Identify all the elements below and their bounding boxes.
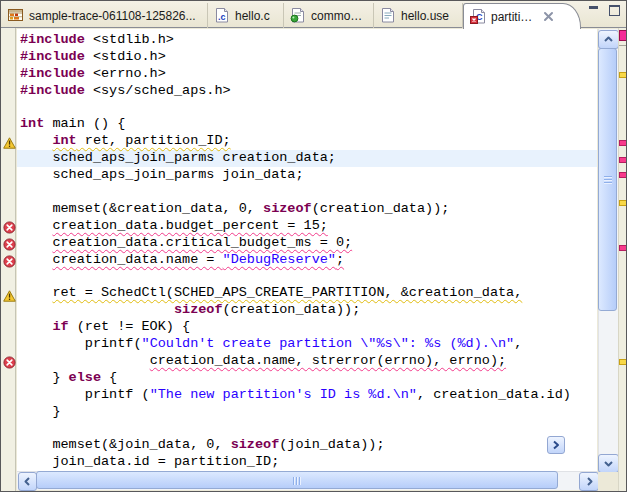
- c-file-icon: .c: [214, 8, 230, 23]
- horizontal-scrollbar-thumb[interactable]: [36, 471, 558, 489]
- tab-sample-trace-061108-125826-[interactable]: sample-trace-061108-125826...: [2, 3, 208, 28]
- ruler-separator: [619, 45, 627, 46]
- code-line-2[interactable]: #include <stdio.h>: [17, 49, 597, 66]
- code-line-6[interactable]: int main () {: [17, 116, 597, 133]
- code-line-12[interactable]: creation_data.budget_percent = 15;: [17, 218, 597, 235]
- code-line-8[interactable]: sched_aps_join_parms creation_data;: [17, 150, 597, 167]
- error-overview-mark[interactable]: [619, 140, 627, 146]
- code-line-18[interactable]: if (ret != EOK) {: [17, 319, 597, 336]
- view-window-controls: [588, 4, 621, 15]
- code-line-24[interactable]: [17, 420, 597, 437]
- error-overview-mark[interactable]: [619, 157, 627, 163]
- tab-partitions[interactable]: Cpartitions: [463, 3, 581, 29]
- error-marker-icon[interactable]: [3, 355, 15, 367]
- maximize-icon[interactable]: [608, 4, 621, 15]
- error-squiggle: creation_data.critical_budget_ms = 0;: [52, 235, 352, 250]
- minimize-icon[interactable]: [588, 4, 601, 15]
- blue-chevron-button[interactable]: [547, 436, 565, 454]
- chevron-right-icon: [586, 477, 593, 486]
- error-squiggle: creation_data.name = "DebugReserve";: [52, 252, 344, 267]
- error-overview-mark[interactable]: [619, 172, 627, 178]
- code-line-26[interactable]: join_data.id = partition_ID;: [17, 454, 597, 471]
- warning-squiggle: ret = SchedCtl(SCHED_APS_CREATE_PARTITIO…: [52, 285, 522, 300]
- chevron-left-icon: [24, 477, 31, 486]
- error-squiggle: creation_data.name, strerror(errno), err…: [150, 353, 506, 368]
- code-line-19[interactable]: printf("Couldn't create partition \"%s\"…: [17, 336, 597, 353]
- tab-label: hello.use: [401, 9, 449, 23]
- error-marker-icon[interactable]: [3, 237, 15, 249]
- editor-window: sample-trace-061108-125826....chello.cco…: [0, 0, 627, 492]
- code-line-25[interactable]: memset(&join_data, 0, sizeof(join_data))…: [17, 437, 597, 454]
- code-line-5[interactable]: [17, 100, 597, 117]
- trace-grid-icon: [8, 8, 24, 23]
- warning-marker-icon[interactable]: [3, 288, 15, 300]
- code-line-9[interactable]: sched_aps_join_parms join_data;: [17, 167, 597, 184]
- warning-overview-mark[interactable]: [619, 359, 627, 365]
- tab-hello-use[interactable]: hello.use: [374, 3, 463, 28]
- c-file-error-icon: C: [470, 9, 486, 24]
- warning-overview-mark[interactable]: [619, 72, 627, 78]
- tab-label: common.mk: [311, 9, 367, 23]
- overview-ruler[interactable]: [618, 28, 627, 491]
- code-line-7[interactable]: int ret, partition_ID;: [17, 133, 597, 150]
- code-area[interactable]: #include <stdlib.h>#include <stdio.h>#in…: [17, 29, 597, 474]
- code-line-17[interactable]: sizeof(creation_data));: [17, 302, 597, 319]
- svg-text:.c: .c: [218, 12, 226, 22]
- code-line-3[interactable]: #include <errno.h>: [17, 66, 597, 83]
- scroll-right-button[interactable]: [579, 472, 599, 491]
- error-marker-icon[interactable]: [3, 220, 15, 232]
- code-line-4[interactable]: #include <sys/sched_aps.h>: [17, 83, 597, 100]
- tab-label: hello.c: [235, 9, 270, 23]
- error-squiggle: creation_data.budget_percent = 15;: [52, 218, 327, 233]
- tab-label: partitions: [491, 10, 534, 24]
- makefile-icon: [290, 8, 306, 23]
- chevron-right-icon: [551, 440, 561, 450]
- thumb-grip: [293, 477, 301, 485]
- code-line-14[interactable]: creation_data.name = "DebugReserve";: [17, 252, 597, 269]
- code-line-23[interactable]: }: [17, 404, 597, 421]
- error-overview-mark[interactable]: [619, 245, 627, 251]
- error-marker-icon[interactable]: [3, 254, 15, 266]
- editor-tab-bar: sample-trace-061108-125826....chello.cco…: [1, 1, 626, 28]
- tab-strip: sample-trace-061108-125826....chello.cco…: [2, 3, 581, 28]
- tab-label: sample-trace-061108-125826...: [29, 9, 196, 23]
- code-line-11[interactable]: memset(&creation_data, 0, sizeof(creatio…: [17, 201, 597, 218]
- marker-gutter: [1, 28, 16, 491]
- tab-hello-c[interactable]: .chello.c: [208, 3, 284, 28]
- code-line-10[interactable]: [17, 184, 597, 201]
- chevron-up-icon: [604, 36, 613, 43]
- code-line-20[interactable]: creation_data.name, strerror(errno), err…: [17, 353, 597, 370]
- tab-common-mk[interactable]: common.mk: [284, 3, 374, 28]
- code-line-1[interactable]: #include <stdlib.h>: [17, 32, 597, 49]
- code-line-16[interactable]: ret = SchedCtl(SCHED_APS_CREATE_PARTITIO…: [17, 285, 597, 302]
- chevron-down-icon: [604, 460, 613, 467]
- scroll-left-button[interactable]: [18, 472, 37, 491]
- thumb-grip: [604, 176, 612, 184]
- code-line-13[interactable]: creation_data.critical_budget_ms = 0;: [17, 235, 597, 252]
- error-indicator-icon[interactable]: [619, 30, 627, 41]
- scroll-up-button[interactable]: [598, 30, 619, 49]
- warning-marker-icon[interactable]: [3, 135, 15, 147]
- tab-close-icon[interactable]: [543, 11, 554, 23]
- scroll-down-button[interactable]: [598, 454, 619, 473]
- code-line-15[interactable]: [17, 268, 597, 285]
- warning-overview-mark[interactable]: [619, 200, 627, 206]
- code-line-21[interactable]: } else {: [17, 370, 597, 387]
- code-line-22[interactable]: printf ("The new partition's ID is %d.\n…: [17, 387, 597, 404]
- warning-squiggle: int ret, partition_ID;: [52, 133, 230, 148]
- vertical-scrollbar-thumb[interactable]: [598, 48, 617, 311]
- text-file-icon: [380, 8, 396, 23]
